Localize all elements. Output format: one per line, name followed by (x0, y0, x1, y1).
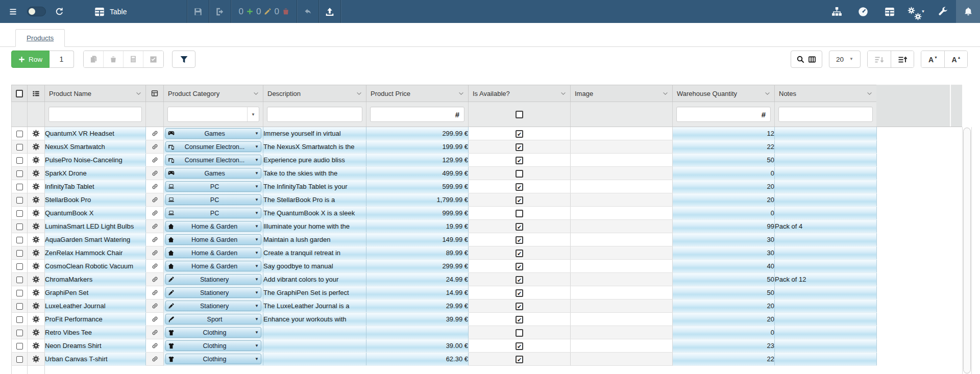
description-cell[interactable]: Maintain a lush garden (263, 233, 366, 246)
calculator-button[interactable] (124, 51, 143, 67)
quantity-cell[interactable]: 22 (673, 140, 775, 154)
row-settings-button[interactable] (28, 154, 44, 166)
image-cell[interactable] (571, 339, 673, 353)
price-cell[interactable]: 89.99 € (366, 246, 469, 260)
row-link-button[interactable] (146, 167, 163, 180)
row-settings-button[interactable] (28, 167, 44, 180)
notes-filter-input[interactable] (778, 107, 873, 122)
description-cell[interactable]: Add vibrant colors to your (263, 273, 366, 286)
row-settings-button[interactable] (28, 339, 44, 352)
name-cell[interactable]: AquaGarden Smart Watering (45, 233, 146, 246)
available-checkbox[interactable]: ✔ (516, 196, 523, 204)
description-cell[interactable]: The InfinityTab Tablet is your (263, 180, 366, 193)
undo-button[interactable] (297, 0, 318, 23)
notes-cell[interactable] (775, 167, 877, 180)
available-filter-checkbox[interactable] (516, 111, 523, 118)
tools-button[interactable] (929, 0, 956, 23)
scrollbar-thumb[interactable] (963, 128, 971, 373)
price-cell[interactable]: 299.99 € (366, 260, 469, 273)
name-cell[interactable]: InfinityTab Tablet (45, 180, 146, 193)
available-checkbox[interactable]: ✔ (516, 236, 523, 244)
category-select[interactable]: Home & Garden▼ (165, 234, 261, 245)
name-cell[interactable]: LuxeLeather Journal (45, 300, 146, 313)
notes-cell[interactable] (775, 260, 877, 273)
name-cell[interactable]: ChromaMarkers (45, 273, 146, 286)
select-row-checkbox[interactable] (16, 250, 23, 257)
select-row-checkbox[interactable] (16, 263, 23, 270)
available-checkbox[interactable] (516, 210, 523, 217)
tab-products[interactable]: Products (15, 29, 65, 47)
category-select[interactable]: Games▼ (165, 168, 261, 179)
save-button[interactable] (187, 0, 209, 23)
image-cell[interactable] (571, 154, 673, 167)
select-row-checkbox[interactable] (16, 303, 23, 310)
name-cell[interactable]: LuminaSmart LED Light Bulbs (45, 220, 146, 233)
name-cell[interactable]: Neon Dreams Shirt (45, 339, 146, 353)
select-row-checkbox[interactable] (16, 131, 23, 137)
row-settings-button[interactable] (28, 233, 44, 246)
price-cell[interactable]: 149.99 € (366, 233, 469, 246)
row-settings-button[interactable] (28, 260, 44, 272)
price-cell[interactable]: 599.99 € (366, 180, 469, 193)
quantity-cell[interactable]: 22 (673, 353, 775, 366)
description-cell[interactable]: Enhance your workouts with (263, 313, 366, 326)
available-checkbox[interactable]: ✔ (516, 276, 523, 284)
sort-ascending-button[interactable] (868, 51, 891, 68)
name-cell[interactable]: QuantumX VR Headset (45, 127, 146, 140)
quantity-cell[interactable]: 0 (673, 207, 775, 220)
quantity-cell[interactable]: 20 (673, 193, 775, 207)
image-cell[interactable] (571, 326, 673, 339)
price-cell[interactable]: 1,799.99 € (366, 193, 469, 207)
select-row-checkbox[interactable] (16, 330, 23, 336)
copy-rows-button[interactable] (84, 51, 104, 67)
quantity-cell[interactable]: 50 (673, 154, 775, 167)
column-header-notes[interactable]: Notes (775, 85, 877, 102)
row-settings-button[interactable] (28, 300, 44, 312)
row-settings-button[interactable] (28, 326, 44, 339)
description-cell[interactable]: The NexusX Smartwatch is the (263, 140, 366, 154)
price-cell[interactable]: 62.30 € (366, 353, 469, 366)
quantity-cell[interactable]: 30 (673, 246, 775, 260)
quantity-cell[interactable]: 30 (673, 233, 775, 246)
row-link-button[interactable] (146, 339, 163, 352)
description-cell[interactable]: The StellarBook Pro is a (263, 193, 366, 207)
theme-toggle[interactable] (27, 7, 46, 16)
price-cell[interactable]: 499.99 € (366, 167, 469, 180)
category-select[interactable]: Clothing▼ (165, 340, 261, 351)
select-row-checkbox[interactable] (16, 223, 23, 230)
price-cell[interactable]: 39.00 € (366, 339, 469, 353)
quantity-cell[interactable]: 50 (673, 273, 775, 286)
row-settings-button[interactable] (28, 313, 44, 326)
sort-descending-button[interactable] (891, 51, 914, 68)
category-select[interactable]: Games▼ (165, 128, 261, 139)
row-link-button[interactable] (146, 140, 163, 153)
category-filter-select[interactable]: ▼ (167, 107, 259, 122)
decrease-font-button[interactable]: A▼ (921, 51, 944, 68)
name-cell[interactable]: ZenRelax Hammock Chair (45, 246, 146, 260)
available-checkbox[interactable]: ✔ (516, 250, 523, 257)
image-cell[interactable] (571, 260, 673, 273)
description-cell[interactable]: Create a tranquil retreat in (263, 246, 366, 260)
select-all-checkbox[interactable] (16, 90, 23, 97)
select-row-checkbox[interactable] (16, 356, 23, 363)
price-cell[interactable]: 129.99 € (366, 154, 469, 167)
settings-button[interactable]: ▼ (903, 0, 929, 23)
select-row-checkbox[interactable] (16, 237, 23, 243)
quantity-cell[interactable]: 50 (673, 286, 775, 300)
category-select[interactable]: Consumer Electron...▼ (165, 155, 261, 165)
column-header-name[interactable]: Product Name (45, 85, 146, 102)
notes-cell[interactable] (775, 326, 877, 339)
select-row-checkbox[interactable] (16, 290, 23, 296)
category-select[interactable]: Home & Garden▼ (165, 261, 261, 271)
image-cell[interactable] (571, 140, 673, 154)
select-row-checkbox[interactable] (16, 197, 23, 204)
price-cell[interactable]: 199.99 € (366, 140, 469, 154)
image-cell[interactable] (571, 246, 673, 260)
row-link-button[interactable] (146, 246, 163, 259)
category-select[interactable]: Home & Garden▼ (165, 247, 261, 258)
row-settings-button[interactable] (28, 246, 44, 259)
available-checkbox[interactable]: ✔ (516, 263, 523, 270)
category-select[interactable]: PC▼ (165, 208, 261, 218)
description-cell[interactable]: Illuminate your home with the (263, 220, 366, 233)
quantity-cell[interactable]: 0 (673, 167, 775, 180)
